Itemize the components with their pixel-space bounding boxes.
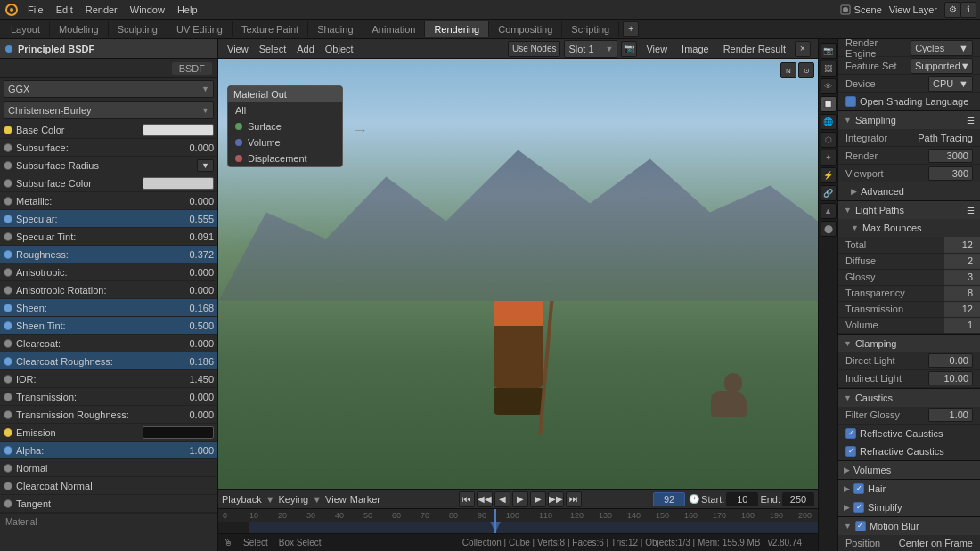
mat-item-displacement[interactable]: Displacement (228, 150, 342, 166)
mat-item-surface[interactable]: Surface (228, 118, 342, 134)
device-dropdown[interactable]: CPU ▼ (928, 76, 973, 92)
prop-row-transmission[interactable]: Transmission: 0.000 (0, 388, 217, 406)
sampling-header[interactable]: ▼ Sampling ☰ (838, 111, 980, 129)
start-frame-input[interactable]: 10 (726, 492, 758, 506)
distribution-dropdown[interactable]: GGX ▼ (4, 80, 214, 98)
light-paths-menu-icon[interactable]: ☰ (967, 206, 975, 215)
transparency-value[interactable]: 8 (944, 285, 980, 301)
viewport-samples-value[interactable]: 300 (928, 166, 973, 181)
render-engine-dropdown[interactable]: Cycles ▼ (911, 40, 973, 56)
right-strip-render-icon[interactable]: 📷 (821, 43, 837, 59)
menu-window[interactable]: Window (124, 3, 171, 17)
clamping-header[interactable]: ▼ Clamping (838, 335, 980, 352)
vh-view2[interactable]: View (641, 42, 673, 56)
close-render-icon[interactable]: × (795, 41, 811, 57)
prop-row-anisotropic-rotation[interactable]: Anisotropic Rotation: 0.000 (0, 281, 217, 299)
end-frame-input[interactable]: 250 (782, 492, 814, 506)
tab-scripting[interactable]: Scripting (562, 21, 619, 37)
hair-header[interactable]: ▶ ✓ Hair (838, 480, 980, 498)
simplify-header[interactable]: ▶ ✓ Simplify (838, 498, 980, 516)
tab-rendering[interactable]: Rendering (425, 21, 489, 37)
use-nodes-icon[interactable]: Use Nodes (508, 41, 560, 57)
tab-layout[interactable]: Layout (2, 21, 50, 37)
emission-color-swatch[interactable] (143, 426, 214, 439)
prev-frame-btn[interactable]: ◀ (494, 491, 510, 507)
prop-row-specular[interactable]: Specular: 0.555 (0, 210, 217, 228)
transmission-bounce-value[interactable]: 12 (944, 301, 980, 317)
info-icon-btn[interactable]: ℹ (960, 2, 976, 18)
prop-row-ior[interactable]: IOR: 1.450 (0, 370, 217, 388)
advanced-header[interactable]: ▶ Advanced (838, 182, 980, 200)
tab-uv-editing[interactable]: UV Editing (167, 21, 233, 37)
refractive-caustics-checkbox[interactable]: ✓ (845, 446, 856, 457)
base-color-swatch[interactable] (143, 124, 214, 136)
mat-item-all[interactable]: All (228, 102, 342, 118)
prop-row-clearcoat-normal[interactable]: Clearcoat Normal (0, 477, 217, 495)
settings-icon-btn[interactable]: ⚙ (944, 2, 960, 18)
indirect-light-value[interactable]: 10.00 (928, 371, 973, 385)
caustics-header[interactable]: ▼ Caustics (838, 389, 980, 407)
prop-row-emission[interactable]: Emission (0, 424, 217, 442)
jump-start-btn[interactable]: ⏮ (459, 491, 475, 507)
diffuse-value[interactable]: 2 (944, 253, 980, 269)
vh-image[interactable]: Image (676, 42, 715, 56)
menu-help[interactable]: Help (171, 3, 204, 17)
prop-row-specular-tint[interactable]: Specular Tint: 0.091 (0, 228, 217, 246)
viewport-camera-icon[interactable]: N (780, 62, 796, 78)
subsurface-color-swatch[interactable] (143, 177, 214, 190)
prop-row-roughness[interactable]: Roughness: 0.372 (0, 246, 217, 263)
vh-select[interactable]: Select (254, 42, 292, 56)
prop-row-metallic[interactable]: Metallic: 0.000 (0, 192, 217, 210)
prop-row-alpha[interactable]: Alpha: 1.000 (0, 442, 217, 459)
motion-blur-checkbox[interactable]: ✓ (855, 521, 866, 531)
prop-row-sheen-tint[interactable]: Sheen Tint: 0.500 (0, 317, 217, 335)
volume-value[interactable]: 1 (944, 317, 980, 333)
prop-row-normal[interactable]: Normal (0, 459, 217, 477)
menu-file[interactable]: File (21, 3, 50, 17)
next-keyframe-btn[interactable]: ▶▶ (548, 491, 564, 507)
right-strip-constraints-icon[interactable]: 🔗 (821, 185, 837, 201)
right-strip-physics-icon[interactable]: ⚡ (821, 167, 837, 183)
prop-row-subsurface[interactable]: Subsurface: 0.000 (0, 139, 217, 157)
prop-row-sheen[interactable]: Sheen: 0.168 (0, 299, 217, 317)
volumes-header[interactable]: ▶ Volumes (838, 461, 980, 479)
filter-glossy-value[interactable]: 1.00 (928, 408, 973, 422)
slot-dropdown[interactable]: Slot 1 ▼ (564, 40, 617, 58)
prop-row-subsurface-color[interactable]: Subsurface Color (0, 174, 217, 192)
timeline-ruler[interactable]: 0 10 20 30 40 50 60 70 80 90 100 110 120… (218, 509, 818, 533)
right-strip-scene-icon[interactable]: 🔲 (821, 96, 837, 112)
play-btn[interactable]: ▶ (512, 491, 528, 507)
direct-light-value[interactable]: 0.00 (928, 353, 973, 368)
right-strip-data-icon[interactable]: ▲ (821, 203, 837, 219)
reflective-caustics-checkbox[interactable]: ✓ (845, 428, 856, 439)
hair-checkbox[interactable]: ✓ (853, 483, 864, 494)
viewport-render-icon[interactable]: ⊙ (798, 62, 814, 78)
tab-texture-paint[interactable]: Texture Paint (233, 21, 308, 37)
tab-compositing[interactable]: Compositing (489, 21, 562, 37)
sampling-menu-icon[interactable]: ☰ (967, 116, 975, 126)
add-workspace-btn[interactable]: + (623, 21, 639, 37)
mat-item-volume[interactable]: Volume (228, 134, 342, 150)
right-strip-material-icon[interactable]: ⬤ (821, 221, 837, 237)
right-strip-object-icon[interactable]: ⬡ (821, 132, 837, 148)
jump-end-btn[interactable]: ⏭ (566, 491, 582, 507)
simplify-checkbox[interactable]: ✓ (853, 502, 864, 513)
next-frame-btn[interactable]: ▶ (530, 491, 546, 507)
open-shading-checkbox[interactable] (845, 96, 856, 107)
camera-icon-btn[interactable]: 📷 (621, 41, 637, 57)
render-samples-value[interactable]: 3000 (928, 149, 973, 163)
vh-render-result[interactable]: Render Result (718, 42, 791, 56)
glossy-value[interactable]: 3 (944, 269, 980, 285)
prop-row-anisotropic[interactable]: Anisotropic: 0.000 (0, 263, 217, 281)
current-frame-input[interactable]: 92 (653, 492, 685, 506)
subsurface-radius-arrow-icon[interactable]: ▼ (197, 159, 214, 172)
right-strip-view-icon[interactable]: 👁 (821, 78, 837, 94)
vh-object[interactable]: Object (320, 42, 359, 56)
right-strip-output-icon[interactable]: 🖼 (821, 61, 837, 77)
prev-keyframe-btn[interactable]: ◀◀ (477, 491, 493, 507)
vh-view[interactable]: View (222, 42, 254, 56)
right-strip-particles-icon[interactable]: ✦ (821, 150, 837, 166)
prop-row-clearcoat[interactable]: Clearcoat: 0.000 (0, 335, 217, 352)
motion-blur-header[interactable]: ▼ ✓ Motion Blur (838, 517, 980, 535)
tab-modeling[interactable]: Modeling (50, 21, 109, 37)
